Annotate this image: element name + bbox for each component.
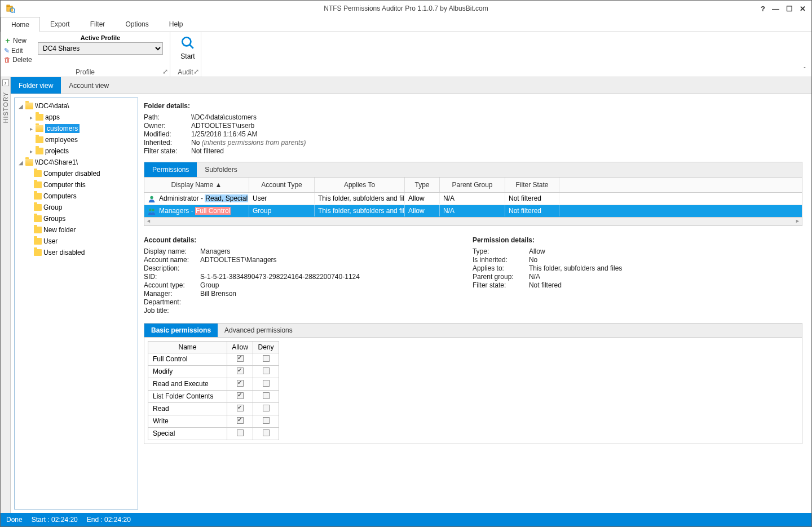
allow-checkbox[interactable]	[237, 380, 244, 387]
account-details-title: Account details:	[144, 236, 360, 244]
tree-label: projects	[45, 147, 69, 155]
edit-profile-button[interactable]: ✎Edit	[4, 47, 32, 55]
tab-account-view[interactable]: Account view	[61, 77, 117, 94]
collapse-icon[interactable]: ◢	[18, 160, 24, 166]
close-icon[interactable]: ✕	[800, 5, 806, 13]
tree-node-root1[interactable]: ◢\\DC4\data\	[16, 100, 136, 112]
menu-home[interactable]: Home	[1, 17, 40, 32]
profile-group-label: Profile	[76, 68, 95, 76]
tree-node-group[interactable]: Group	[16, 202, 136, 213]
minimize-icon[interactable]: —	[772, 5, 779, 13]
tree-node-computer-disabled[interactable]: Computer disabled	[16, 168, 136, 179]
menu-help[interactable]: Help	[159, 16, 193, 32]
ad-an-value: ADTOOLTEST\Managers	[200, 256, 277, 264]
allow-checkbox[interactable]	[237, 405, 244, 411]
tree-label: \\DC4\data\	[35, 102, 69, 110]
deny-checkbox[interactable]	[263, 429, 270, 436]
svg-point-4	[182, 37, 191, 46]
menu-export[interactable]: Export	[40, 16, 80, 32]
filter-state-label: Filter state:	[144, 147, 191, 155]
perm-name: Read and Execute	[148, 378, 227, 390]
tree-node-root2[interactable]: ◢\\DC4\Share1\	[16, 157, 136, 168]
deny-checkbox[interactable]	[263, 380, 270, 387]
tab-permissions[interactable]: Permissions	[144, 162, 197, 177]
tree-label: \\DC4\Share1\	[35, 158, 78, 166]
perm-name: Modify	[148, 365, 227, 378]
tree-node-employees[interactable]: employees	[16, 134, 136, 145]
tree-node-computer-this[interactable]: Computer this	[16, 179, 136, 191]
new-profile-button[interactable]: ＋New	[4, 36, 32, 46]
allow-checkbox[interactable]	[237, 367, 244, 374]
allow-checkbox[interactable]	[237, 429, 244, 436]
expand-icon[interactable]: ▸	[28, 126, 34, 132]
audit-dialog-launcher-icon[interactable]: ⤢	[193, 68, 199, 76]
permissions-table[interactable]: Display Name ▲ Account Type Applies To T…	[144, 178, 802, 218]
expand-icon[interactable]: ▸	[28, 114, 34, 121]
folder-icon	[34, 227, 42, 233]
view-tabs: Folder view Account view	[11, 77, 811, 94]
collapse-icon[interactable]: ◢	[18, 103, 24, 109]
audit-group-label: Audit	[178, 68, 193, 76]
maximize-icon[interactable]: ☐	[786, 5, 793, 13]
col-type[interactable]: Type	[405, 178, 440, 192]
svg-point-8	[152, 209, 154, 211]
ad-sid-label: SID:	[144, 273, 200, 281]
svg-rect-1	[7, 5, 10, 6]
tree-node-apps[interactable]: ▸apps	[16, 112, 136, 123]
tree-node-projects[interactable]: ▸projects	[16, 145, 136, 157]
horizontal-scrollbar[interactable]	[144, 218, 802, 226]
folder-tree[interactable]: ◢\\DC4\data\ ▸apps ▸customers employees …	[14, 98, 138, 510]
ad-mgr-value: Bill Brenson	[200, 290, 236, 298]
tree-node-groups[interactable]: Groups	[16, 213, 136, 224]
col-applies-to[interactable]: Applies To	[315, 178, 405, 192]
svg-line-5	[189, 45, 193, 48]
profile-select[interactable]: DC4 Shares	[38, 42, 163, 55]
basic-col-name[interactable]: Name	[148, 341, 227, 353]
deny-checkbox[interactable]	[263, 367, 270, 374]
pd-inh-label: Is inherited:	[473, 256, 529, 264]
tree-node-new-folder[interactable]: New folder	[16, 224, 136, 236]
path-value: \\DC4\data\customers	[191, 113, 257, 121]
pd-fs-label: Filter state:	[473, 281, 529, 289]
tree-label: employees	[45, 136, 78, 144]
table-row: Full Control	[148, 353, 279, 365]
col-filter-state[interactable]: Filter State	[505, 178, 559, 192]
delete-profile-button[interactable]: 🗑Delete	[4, 56, 32, 64]
allow-checkbox[interactable]	[237, 355, 244, 362]
col-display-name[interactable]: Display Name ▲	[144, 178, 249, 192]
deny-checkbox[interactable]	[263, 355, 270, 362]
basic-permissions-box: Name Allow Deny Full ControlModifyRead a…	[144, 338, 802, 444]
chevron-right-icon: ›	[5, 79, 7, 87]
menu-filter[interactable]: Filter	[80, 16, 116, 32]
menu-options[interactable]: Options	[115, 16, 158, 32]
profile-dialog-launcher-icon[interactable]: ⤢	[162, 68, 168, 76]
history-expand-button[interactable]: ›	[2, 79, 9, 86]
basic-col-allow[interactable]: Allow	[227, 341, 253, 353]
tree-node-customers[interactable]: ▸customers	[16, 123, 136, 134]
start-button[interactable]: Start	[173, 33, 203, 60]
expand-icon[interactable]: ▸	[28, 148, 34, 154]
col-parent-group[interactable]: Parent Group	[440, 178, 505, 192]
tree-node-user-disabled[interactable]: User disabled	[16, 247, 136, 258]
folder-icon	[34, 249, 42, 256]
tree-node-computers[interactable]: Computers	[16, 191, 136, 202]
tree-node-user[interactable]: User	[16, 236, 136, 247]
col-account-type[interactable]: Account Type	[249, 178, 315, 192]
ribbon-collapse-button[interactable]: ˆ	[798, 32, 811, 77]
deny-checkbox[interactable]	[263, 405, 270, 411]
table-row[interactable]: Administrator - Read, SpecialUserThis fo…	[144, 193, 802, 205]
deny-checkbox[interactable]	[263, 392, 270, 399]
basic-col-deny[interactable]: Deny	[253, 341, 279, 353]
table-row[interactable]: Managers - Full ControlGroupThis folder,…	[144, 205, 802, 218]
tab-advanced-permissions[interactable]: Advanced permissions	[218, 324, 299, 337]
start-label: Start	[180, 52, 195, 60]
deny-checkbox[interactable]	[263, 417, 270, 424]
help-icon[interactable]: ?	[761, 5, 765, 13]
allow-checkbox[interactable]	[237, 417, 244, 424]
tab-basic-permissions[interactable]: Basic permissions	[144, 324, 218, 337]
tab-folder-view[interactable]: Folder view	[11, 77, 61, 94]
pencil-icon: ✎	[4, 47, 10, 55]
tab-subfolders[interactable]: Subfolders	[197, 162, 245, 177]
allow-checkbox[interactable]	[237, 392, 244, 399]
ad-sid-value: S-1-5-21-3834890473-298224164-2882200740…	[200, 273, 360, 281]
